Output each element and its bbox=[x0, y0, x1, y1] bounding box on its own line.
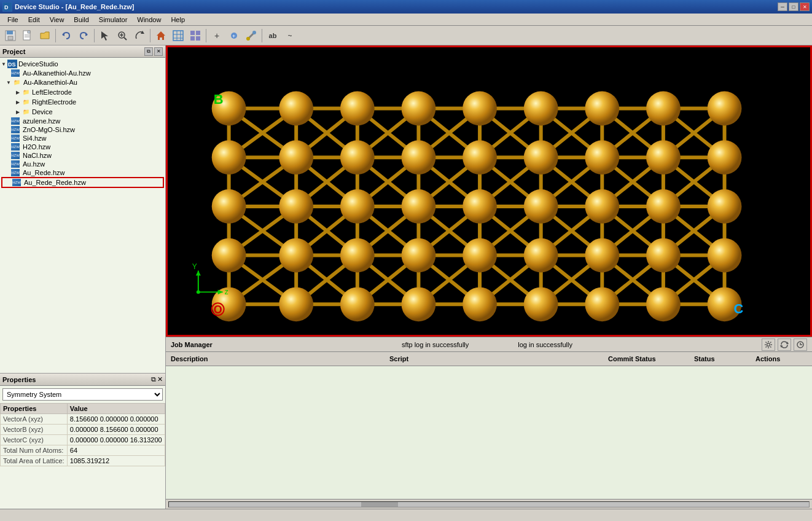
tb-add-atom[interactable]: + bbox=[226, 28, 242, 44]
tree-item-au-rede[interactable]: HZW Au_Rede.hzw bbox=[1, 168, 164, 177]
menu-simulator[interactable]: Simulator bbox=[94, 15, 132, 25]
tb-grid2[interactable] bbox=[187, 28, 203, 44]
tb-save[interactable] bbox=[2, 28, 18, 44]
menu-build[interactable]: Build bbox=[69, 15, 93, 25]
svg-rect-23 bbox=[196, 31, 200, 35]
tb-rotate[interactable] bbox=[131, 28, 147, 44]
tb-undo[interactable] bbox=[58, 28, 74, 44]
svg-point-178 bbox=[463, 92, 497, 126]
tree-item-zno[interactable]: HZW ZnO-MgO-Si.hzw bbox=[1, 125, 164, 134]
properties-close-btn[interactable]: ✕ bbox=[157, 375, 163, 383]
tb-add[interactable]: + bbox=[209, 28, 225, 44]
col-status: Status bbox=[689, 354, 751, 364]
horizontal-scrollbar[interactable] bbox=[168, 501, 810, 507]
tree-item-au[interactable]: HZW Au.hzw bbox=[1, 160, 164, 168]
menu-edit[interactable]: Edit bbox=[23, 15, 45, 25]
menu-view[interactable]: View bbox=[45, 15, 69, 25]
svg-marker-16 bbox=[157, 31, 165, 40]
file-icon-au: HZW bbox=[11, 160, 20, 168]
jm-sync-btn[interactable] bbox=[794, 339, 807, 351]
properties-restore-btn[interactable]: ⧉ bbox=[151, 375, 156, 383]
col-commit-status: Commit Status bbox=[603, 354, 689, 364]
jm-refresh-btn[interactable] bbox=[778, 339, 791, 351]
project-panel-controls: ⧉ ✕ bbox=[144, 47, 163, 56]
svg-point-212 bbox=[340, 287, 375, 321]
toolbar-separator-1 bbox=[55, 29, 56, 42]
prop-row-arealatice: Total Area of Lattice: 1085.319212 bbox=[1, 456, 165, 466]
tree-label-h2o: H2O.hzw bbox=[23, 143, 50, 151]
job-status-2: log in successfully bbox=[518, 341, 572, 348]
tree-arrow-leftelectrode: ▶ bbox=[16, 90, 20, 95]
toolbar: + + ab ~ bbox=[0, 26, 812, 45]
menu-help[interactable]: Help bbox=[166, 15, 190, 25]
minimize-button[interactable]: ─ bbox=[778, 2, 787, 11]
svg-marker-9 bbox=[85, 33, 88, 36]
svg-point-194 bbox=[340, 189, 375, 224]
job-status-1: sftp log in successfully bbox=[402, 341, 469, 348]
tree-item-rightelectrode[interactable]: ▶ 📁 RightElectrode bbox=[1, 97, 164, 107]
prop-row-vectorc: VectorC (xyz) 0.000000 0.000000 16.31320… bbox=[1, 435, 165, 445]
tb-zoom[interactable] bbox=[114, 28, 130, 44]
prop-label-vectorb: VectorB (xyz) bbox=[1, 425, 68, 435]
tree-item-nacl[interactable]: HZW NaCl.hzw bbox=[1, 151, 164, 160]
maximize-button[interactable]: □ bbox=[789, 2, 798, 11]
svg-text:+: + bbox=[232, 33, 235, 39]
atom-lattice-svg: B O C z Y bbox=[168, 47, 810, 335]
svg-rect-22 bbox=[190, 31, 195, 35]
svg-point-207 bbox=[585, 238, 619, 273]
svg-marker-10 bbox=[101, 31, 108, 41]
project-close-btn[interactable]: ✕ bbox=[154, 47, 163, 56]
tree-item-devicestudio[interactable]: ▼ DS DeviceStudio bbox=[1, 59, 164, 69]
prop-label-numatoms: Total Num of Atoms: bbox=[1, 445, 68, 456]
tree-arrow-devicestudio: ▼ bbox=[1, 61, 6, 67]
tb-redo[interactable] bbox=[76, 28, 92, 44]
file-icon-si4: HZW bbox=[11, 135, 20, 142]
tree-item-leftelectrode[interactable]: ▶ 📁 LeftElectrode bbox=[1, 87, 164, 97]
tree-item-azulene[interactable]: HZW azulene.hzw bbox=[1, 117, 164, 125]
bottom-panel: Job Manager sftp log in successfully log… bbox=[166, 337, 812, 509]
svg-line-12 bbox=[124, 37, 127, 40]
svg-text:D: D bbox=[4, 4, 9, 10]
menu-file[interactable]: File bbox=[2, 15, 23, 25]
properties-title: Properties bbox=[2, 376, 36, 383]
tb-home[interactable] bbox=[153, 28, 169, 44]
tree-item-au-alkanethiol[interactable]: HZW Au-Alkanethiol-Au.hzw bbox=[1, 69, 164, 77]
svg-point-175 bbox=[279, 92, 313, 126]
tb-tilde[interactable]: ~ bbox=[282, 28, 298, 44]
toolbar-separator-3 bbox=[150, 29, 150, 42]
toolbar-separator-2 bbox=[94, 29, 95, 42]
tb-bonds[interactable] bbox=[243, 28, 259, 44]
tree-item-h2o[interactable]: HZW H2O.hzw bbox=[1, 143, 164, 151]
project-header: Project ⧉ ✕ bbox=[0, 45, 165, 58]
prop-label-vectora: VectorA (xyz) bbox=[1, 414, 68, 425]
svg-point-201 bbox=[212, 238, 246, 273]
project-tree[interactable]: ▼ DS DeviceStudio HZW Au-Alkanethiol-Au.… bbox=[0, 58, 165, 373]
symmetry-select[interactable]: Symmetry System bbox=[2, 388, 163, 401]
tb-text[interactable]: ab bbox=[265, 28, 281, 44]
tree-item-si4[interactable]: HZW Si4.hzw bbox=[1, 134, 164, 143]
svg-point-179 bbox=[524, 92, 558, 126]
svg-point-176 bbox=[340, 92, 375, 126]
3d-viewer[interactable]: B O C z Y bbox=[166, 45, 812, 337]
close-button[interactable]: ✕ bbox=[800, 2, 810, 11]
tree-item-au-rede-rede[interactable]: HZW Au_Rede_Rede.hzw → bbox=[1, 177, 164, 188]
tree-item-device[interactable]: ▶ 📁 Device bbox=[1, 107, 164, 117]
menu-window[interactable]: Window bbox=[132, 15, 166, 25]
scrollbar-thumb[interactable] bbox=[361, 502, 398, 507]
tb-select[interactable] bbox=[97, 28, 113, 44]
tree-item-au-folder[interactable]: ▼ 📁 Au-Alkanethiol-Au bbox=[1, 77, 164, 87]
status-bar bbox=[0, 509, 812, 521]
tb-open[interactable] bbox=[37, 28, 53, 44]
project-restore-btn[interactable]: ⧉ bbox=[144, 47, 153, 56]
tb-new[interactable] bbox=[20, 28, 36, 44]
svg-marker-8 bbox=[62, 33, 64, 36]
tb-grid1[interactable] bbox=[170, 28, 186, 44]
prop-row-vectorb: VectorB (xyz) 0.000000 8.156600 0.000000 bbox=[1, 425, 165, 435]
svg-point-196 bbox=[463, 189, 497, 224]
main-area: Project ⧉ ✕ ▼ DS DeviceStudio bbox=[0, 45, 812, 521]
prop-row-vectora: VectorA (xyz) 8.156600 0.000000 0.000000 bbox=[1, 414, 165, 425]
left-panel: Project ⧉ ✕ ▼ DS DeviceStudio bbox=[0, 45, 166, 509]
toolbar-separator-4 bbox=[206, 29, 206, 42]
prop-value-arealattice: 1085.319212 bbox=[67, 456, 165, 466]
jm-settings-btn[interactable] bbox=[762, 339, 775, 351]
